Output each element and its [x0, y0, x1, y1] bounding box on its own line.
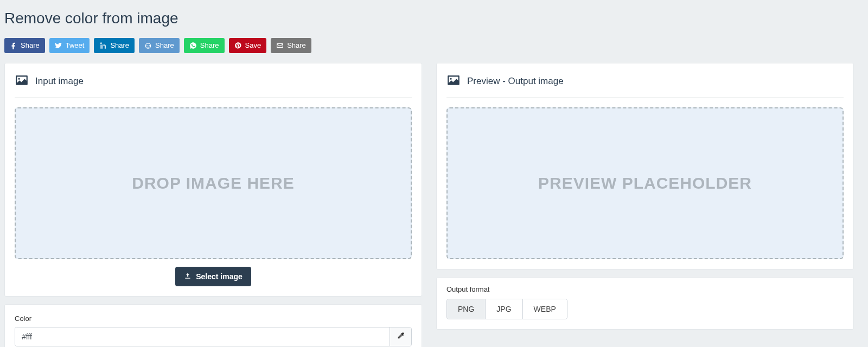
output-image-panel: Preview - Output image PREVIEW PLACEHOLD… — [436, 63, 854, 269]
format-option-jpg[interactable]: JPG — [486, 299, 522, 319]
select-image-label: Select image — [196, 272, 242, 281]
reddit-icon — [144, 42, 152, 49]
reddit-share-label: Share — [155, 38, 174, 53]
facebook-share-button[interactable]: Share — [4, 38, 45, 53]
output-format-label: Output format — [446, 285, 844, 293]
pinterest-save-label: Save — [245, 38, 261, 53]
linkedin-share-label: Share — [110, 38, 129, 53]
input-image-panel: Input image DROP IMAGE HERE Select image — [4, 63, 422, 297]
input-dropzone[interactable]: DROP IMAGE HERE — [15, 107, 412, 259]
color-panel: Color — [4, 304, 422, 347]
svg-point-1 — [146, 45, 148, 46]
color-input[interactable] — [15, 327, 390, 346]
email-share-button[interactable]: Share — [271, 38, 311, 53]
format-option-png[interactable]: PNG — [447, 299, 486, 319]
whatsapp-share-button[interactable]: Share — [184, 38, 225, 53]
twitter-share-label: Tweet — [66, 38, 85, 53]
image-icon — [446, 73, 461, 89]
page-title: Remove color from image — [4, 10, 864, 27]
linkedin-share-button[interactable]: Share — [94, 38, 135, 53]
preview-area: PREVIEW PLACEHOLDER — [446, 107, 844, 259]
pinterest-save-button[interactable]: Save — [229, 38, 267, 53]
format-option-webp[interactable]: WEBP — [523, 299, 567, 319]
output-panel-title: Preview - Output image — [467, 76, 564, 87]
svg-point-2 — [149, 45, 150, 46]
svg-point-0 — [145, 43, 150, 48]
email-share-label: Share — [287, 38, 306, 53]
upload-icon — [184, 272, 192, 281]
dropzone-text: DROP IMAGE HERE — [132, 174, 295, 192]
share-buttons-row: Share Tweet Share Share Share — [4, 38, 864, 53]
image-icon — [15, 73, 29, 89]
eyedropper-icon — [397, 331, 405, 342]
whatsapp-icon — [189, 42, 197, 49]
output-format-panel: Output format PNG JPG WEBP — [436, 277, 854, 330]
twitter-share-button[interactable]: Tweet — [49, 38, 90, 53]
whatsapp-share-label: Share — [200, 38, 219, 53]
output-format-group: PNG JPG WEBP — [446, 299, 567, 319]
reddit-share-button[interactable]: Share — [139, 38, 180, 53]
preview-placeholder-text: PREVIEW PLACEHOLDER — [538, 174, 752, 192]
input-panel-title: Input image — [35, 76, 84, 87]
facebook-share-label: Share — [21, 38, 40, 53]
color-label: Color — [15, 314, 412, 323]
twitter-icon — [55, 42, 62, 49]
pinterest-icon — [234, 42, 242, 49]
email-icon — [276, 42, 284, 49]
select-image-button[interactable]: Select image — [175, 267, 251, 286]
color-picker-button[interactable] — [390, 327, 411, 346]
linkedin-icon — [99, 42, 107, 49]
facebook-icon — [10, 42, 17, 49]
